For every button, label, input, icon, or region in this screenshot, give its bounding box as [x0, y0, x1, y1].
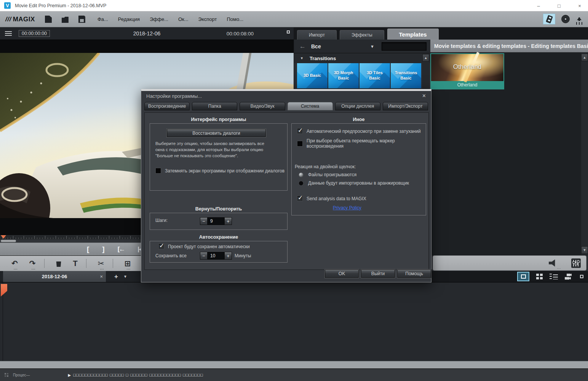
back-arrow-icon[interactable]: ← [299, 43, 306, 50]
dialog-tab-bar: Воспроизведение Папка Видео/Звук Система… [141, 101, 431, 110]
scroll-down-icon[interactable]: ▼ [581, 246, 588, 254]
storyboard-view-icon[interactable] [536, 274, 543, 279]
tab-templates[interactable]: Templates [387, 29, 439, 40]
menu-export[interactable]: Экспорт [198, 16, 217, 22]
auto-preview-checkbox[interactable] [297, 128, 303, 134]
media-pool-scrollbar[interactable]: ▲ [422, 53, 429, 89]
transitions-section-header[interactable]: ▼ Transitions [294, 53, 430, 63]
open-project-icon[interactable] [62, 17, 69, 23]
save-project-icon[interactable] [78, 16, 85, 23]
tab-import[interactable]: Импорт [297, 30, 337, 40]
redo-button[interactable]: ↷ [29, 260, 36, 267]
toolbar-divider [113, 259, 113, 268]
autosave-groupbox: Проект будут сохранен автоматически Сохр… [150, 241, 288, 263]
import-arranger-radio[interactable] [299, 181, 304, 186]
scroll-up-icon[interactable]: ▲ [581, 54, 588, 61]
timeline-scrollbar[interactable] [0, 361, 588, 368]
files-play-radio[interactable] [299, 172, 304, 177]
tab-system[interactable]: Система [288, 102, 333, 110]
speaker-icon[interactable] [549, 259, 558, 267]
collapse-chevron-icon[interactable]: ▼ [300, 56, 304, 60]
tile-transitions-basic[interactable]: Transitions Basic [391, 63, 421, 88]
minimize-button[interactable]: – [533, 3, 544, 9]
status-message: □□□□□□□□□□□□ □□□□□ □ □□□□□□ □□□□□□□□□□□ … [73, 373, 203, 377]
add-movie-button[interactable]: + [114, 273, 118, 281]
movie-tab-close-icon[interactable]: × [100, 274, 103, 279]
tile-3d-tiles-basic[interactable]: 3D Tiles Basic [360, 63, 390, 88]
dialog-close-icon[interactable]: × [422, 92, 426, 99]
multicam-view-icon[interactable] [565, 274, 573, 280]
close-button[interactable]: × [574, 3, 585, 9]
burn-disc-icon[interactable] [561, 15, 570, 23]
movie-list-chevron-icon[interactable]: ▼ [123, 274, 127, 279]
tab-effects[interactable]: Эффекты [340, 30, 384, 40]
interval-decrease-button[interactable]: − [200, 252, 208, 260]
tab-display-options[interactable]: Опции дисплея [335, 102, 380, 110]
add-object-button[interactable]: ⊞ [125, 260, 131, 267]
category-dropdown[interactable]: Все [311, 43, 321, 49]
undo-button[interactable]: ↶ [11, 260, 18, 267]
new-project-icon[interactable] [45, 16, 52, 23]
section-title: Transitions [310, 56, 336, 61]
menu-file[interactable]: Фа... [97, 16, 108, 22]
section-title-misc: Иное [291, 117, 426, 122]
mark-out-button[interactable]: ] [102, 245, 104, 253]
mark-in-button[interactable]: [ [87, 245, 89, 253]
autosave-checkbox[interactable] [158, 244, 164, 249]
edit-mode-button[interactable] [543, 14, 555, 24]
detach-monitor-icon[interactable] [287, 30, 290, 33]
status-play-icon: ▶ [68, 373, 71, 377]
ok-button[interactable]: OK [325, 269, 359, 278]
list-view-icon[interactable] [550, 274, 558, 279]
movie-tab[interactable]: 2018-12-06 × [3, 271, 106, 282]
tab-playback[interactable]: Воспроизведение [144, 102, 190, 110]
tile-3d-basic[interactable]: 3D Basic [297, 63, 328, 88]
scroll-up-icon[interactable]: ▲ [422, 54, 429, 62]
view-mode-bar [431, 271, 588, 282]
interval-value-field[interactable]: 10 [208, 252, 224, 260]
tab-import-export[interactable]: Импорт/Экспорт [383, 102, 428, 110]
steps-decrease-button[interactable]: − [200, 217, 208, 225]
privacy-policy-link[interactable]: Privacy Policy [333, 205, 361, 210]
menu-edit[interactable]: Редакция [118, 16, 140, 22]
arranger-timeline[interactable] [0, 282, 588, 361]
restore-dialogs-button[interactable]: Восстановить диалоги [167, 129, 266, 137]
range-start-button[interactable]: [← [118, 245, 125, 253]
cut-button[interactable]: ✂ [98, 260, 104, 267]
timeline-view-button[interactable] [517, 272, 529, 281]
text-tool-button[interactable]: T [73, 260, 78, 267]
mixer-icon[interactable] [571, 258, 581, 268]
export-upload-icon[interactable] [576, 15, 583, 23]
template-overlay-title: Otherland [431, 63, 503, 71]
search-input[interactable] [382, 42, 427, 51]
speaker-options-dots[interactable]: ... [557, 266, 561, 269]
detach-panel-icon[interactable] [580, 275, 583, 278]
save-all-label: Сохранить все [155, 253, 187, 258]
move-marker-checkbox[interactable] [297, 141, 303, 147]
interval-increase-button[interactable]: + [224, 252, 232, 260]
template-otherland[interactable]: Otherland Otherland [430, 53, 504, 89]
menu-help[interactable]: Помо... [227, 16, 243, 22]
media-pool-tabs: Импорт Эффекты Templates [294, 27, 588, 40]
tab-video-audio[interactable]: Видео/Звук [240, 102, 285, 110]
delete-button[interactable] [56, 260, 62, 267]
maximize-button[interactable]: □ [554, 3, 564, 9]
send-analysis-checkbox[interactable] [297, 196, 303, 201]
help-button[interactable]: Помощь [397, 269, 431, 278]
menu-effects[interactable]: Эффе... [150, 16, 168, 22]
tile-3d-morph-basic[interactable]: 3D Morph Basic [328, 63, 359, 88]
templates-scrollbar[interactable]: ▲ ▼ [581, 53, 588, 255]
tab-folder[interactable]: Папка [192, 102, 237, 110]
exit-button[interactable]: Выйти [361, 269, 395, 278]
template-caption: Otherland [431, 81, 503, 89]
preview-scrollbar-thumb[interactable] [1, 240, 16, 242]
dialog-content: Интерфейс программы Восстановить диалоги… [144, 112, 429, 270]
menu-window[interactable]: Ок... [178, 16, 189, 22]
steps-value-field[interactable]: 9 [208, 217, 224, 225]
template-thumbnail: Otherland [431, 54, 503, 81]
dialog-titlebar[interactable]: Настройки программы... × [141, 91, 431, 101]
steps-increase-button[interactable]: + [224, 217, 232, 225]
timeline-start-marker[interactable] [1, 284, 7, 297]
chevron-down-icon[interactable]: ▼ [370, 44, 374, 49]
darken-screen-checkbox[interactable] [155, 168, 161, 174]
